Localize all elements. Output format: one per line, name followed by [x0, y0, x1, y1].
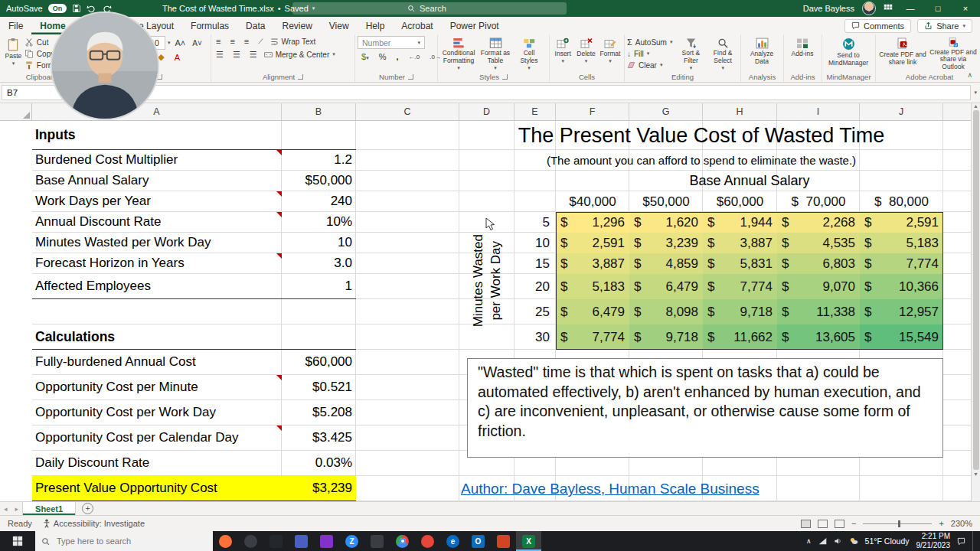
- app-icon-dark-1[interactable]: [238, 531, 263, 551]
- create-pdf-outlook-button[interactable]: Create PDF and share via Outlook: [929, 36, 978, 71]
- chrome-icon[interactable]: [390, 531, 415, 551]
- section-header-cell[interactable]: Inputs: [32, 121, 282, 149]
- value-cell[interactable]: $60,000: [282, 350, 356, 374]
- weather-text[interactable]: 51°F Cloudy: [865, 536, 910, 546]
- create-pdf-share-link-button[interactable]: Create PDF and share link: [878, 36, 927, 71]
- label-cell[interactable]: Minutes Wasted per Work Day: [32, 233, 282, 253]
- alignment-dialog-launcher-icon[interactable]: [298, 74, 303, 80]
- page-break-view-icon[interactable]: [835, 520, 844, 528]
- collapse-ribbon-icon[interactable]: ∧: [967, 71, 972, 79]
- comma-style-icon[interactable]: ,: [394, 52, 400, 61]
- section-header-cell[interactable]: Calculations: [32, 324, 282, 349]
- formula-input[interactable]: [101, 85, 971, 100]
- wasted-time-note-textbox[interactable]: "Wasted" time is that which is spent on …: [467, 358, 943, 458]
- sheet-nav-right-icon[interactable]: ▸: [11, 505, 23, 513]
- app-icon-blue[interactable]: [289, 531, 314, 551]
- app-icon-orange[interactable]: [491, 531, 516, 551]
- share-button[interactable]: Share ▾: [917, 19, 972, 33]
- align-right-icon[interactable]: ☰: [247, 50, 260, 60]
- heatmap-cell[interactable]: $2,268: [777, 212, 860, 233]
- merge-center-button[interactable]: Merge & Center▾: [264, 49, 335, 60]
- conditional-formatting-button[interactable]: Conditional Formatting▾: [440, 36, 477, 71]
- heatmap-cell[interactable]: $6,479: [629, 274, 703, 299]
- zoom-knob[interactable]: [898, 520, 900, 527]
- value-cell[interactable]: 10%: [282, 212, 356, 232]
- value-cell[interactable]: $0.521: [282, 375, 356, 399]
- user-name[interactable]: Dave Bayless: [803, 4, 854, 13]
- scroll-up-icon[interactable]: ▲: [973, 103, 978, 109]
- orientation-icon[interactable]: ⟋: [256, 37, 265, 46]
- autosum-button[interactable]: ΣAutoSum▾: [627, 37, 675, 47]
- label-cell[interactable]: Daily Discount Rate: [32, 451, 282, 475]
- align-bottom-icon[interactable]: ≡: [242, 37, 251, 46]
- excel-icon[interactable]: X: [516, 531, 541, 551]
- heatmap-cell[interactable]: $5,831: [703, 253, 777, 274]
- outlook-icon[interactable]: O: [466, 531, 491, 551]
- tab-file[interactable]: File: [0, 17, 31, 34]
- zoom-slider[interactable]: [863, 523, 932, 524]
- column-header-B[interactable]: B: [282, 103, 356, 120]
- tab-review[interactable]: Review: [273, 17, 320, 34]
- page-layout-view-icon[interactable]: [818, 520, 828, 528]
- heatmap-cell[interactable]: $6,803: [777, 253, 860, 274]
- column-header-E[interactable]: E: [514, 103, 556, 120]
- styles-dialog-launcher-icon[interactable]: [502, 74, 508, 80]
- number-format-dropdown[interactable]: Number▾: [358, 36, 425, 49]
- vertical-scrollbar[interactable]: ▲ ▼: [971, 103, 980, 515]
- app-icon-red[interactable]: [415, 531, 440, 551]
- wrap-text-button[interactable]: Wrap Text: [270, 36, 316, 47]
- increase-font-icon[interactable]: A˄: [173, 38, 188, 47]
- sort-filter-button[interactable]: Sort & Filter▾: [676, 36, 707, 71]
- heatmap-cell[interactable]: $3,887: [703, 233, 777, 253]
- formula-bar-expand-icon[interactable]: ▾: [971, 90, 980, 96]
- font-size-chevron-icon[interactable]: ▾: [168, 40, 171, 46]
- addins-button[interactable]: Add-ins: [786, 36, 818, 71]
- format-as-table-button[interactable]: Format as Table▾: [479, 36, 512, 71]
- value-cell[interactable]: $3.425: [282, 425, 356, 450]
- new-sheet-button[interactable]: +: [82, 503, 93, 514]
- value-cell[interactable]: 1: [282, 274, 356, 298]
- heatmap-cell[interactable]: $11,338: [777, 299, 860, 324]
- heatmap-cell[interactable]: $8,098: [629, 299, 703, 324]
- label-cell[interactable]: Annual Discount Rate: [32, 212, 282, 232]
- label-cell[interactable]: Work Days per Year: [32, 191, 282, 211]
- heatmap-cell[interactable]: $7,774: [860, 253, 943, 274]
- apps-icon[interactable]: [884, 4, 893, 13]
- app-icon-dark-3[interactable]: [364, 531, 390, 551]
- edge-icon[interactable]: e: [440, 531, 466, 551]
- zoom-in-icon[interactable]: +: [939, 519, 943, 528]
- start-button[interactable]: [0, 531, 35, 551]
- value-cell[interactable]: 10: [282, 233, 356, 253]
- heatmap-cell[interactable]: $3,887: [556, 253, 629, 274]
- accounting-format-icon[interactable]: $▾: [359, 52, 371, 61]
- zoom-icon[interactable]: Z: [339, 531, 364, 551]
- tab-view[interactable]: View: [321, 17, 358, 34]
- tab-data[interactable]: Data: [237, 17, 273, 34]
- value-cell[interactable]: 3.0: [282, 253, 356, 273]
- label-cell[interactable]: Opportunity Cost per Calendar Day: [32, 425, 282, 450]
- format-cells-button[interactable]: Format▾: [599, 36, 622, 71]
- close-button[interactable]: ×: [956, 4, 975, 13]
- zoom-level[interactable]: 230%: [951, 519, 972, 528]
- app-icon-dark-2[interactable]: [263, 531, 289, 551]
- find-select-button[interactable]: Find & Select▾: [707, 36, 738, 71]
- normal-view-icon[interactable]: [801, 520, 811, 528]
- label-cell[interactable]: Base Annual Salary: [32, 171, 282, 191]
- heatmap-cell[interactable]: $1,944: [703, 212, 777, 233]
- heatmap-cell[interactable]: $2,591: [860, 212, 943, 233]
- increase-decimal-icon[interactable]: ←.0: [406, 54, 422, 60]
- analyze-data-button[interactable]: Analyze Data: [743, 36, 780, 71]
- author-link[interactable]: Author: Dave Bayless, Human Scale Busine…: [461, 476, 951, 501]
- comments-button[interactable]: Comments: [844, 19, 911, 33]
- tab-formulas[interactable]: Formulas: [182, 17, 237, 34]
- app-icon-purple[interactable]: [314, 531, 339, 551]
- taskbar-search-box[interactable]: [35, 531, 213, 551]
- heatmap-cell[interactable]: $3,239: [629, 233, 703, 253]
- clear-button[interactable]: Clear▾: [627, 60, 675, 70]
- percent-style-icon[interactable]: %: [377, 52, 389, 61]
- value-cell[interactable]: $50,000: [282, 171, 356, 191]
- heatmap-cell[interactable]: $4,859: [629, 253, 703, 274]
- heatmap-cell[interactable]: $9,070: [777, 274, 860, 299]
- heatmap-cell[interactable]: $4,535: [777, 233, 860, 253]
- heatmap-cell[interactable]: $6,479: [556, 299, 629, 324]
